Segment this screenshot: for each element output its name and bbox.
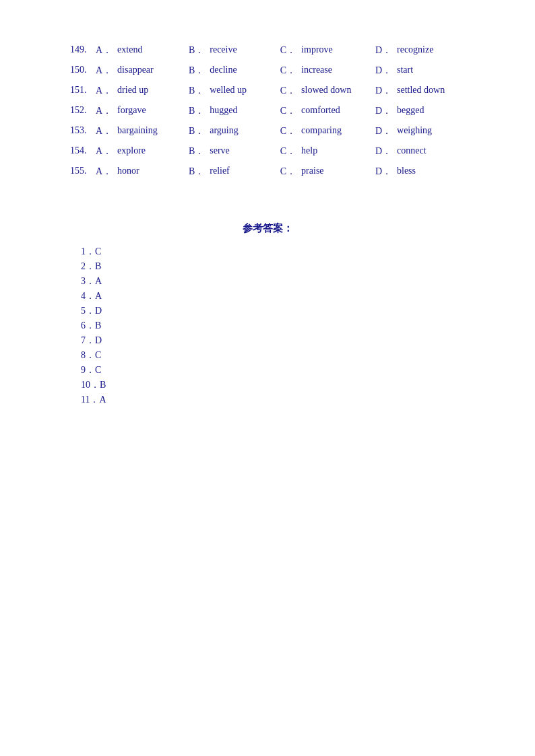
option-d-text: bless (394, 162, 468, 182)
option-c-text: slowed down (298, 81, 373, 101)
option-b-letter: B． (186, 162, 207, 182)
option-b-letter: B． (186, 141, 207, 162)
option-c-letter: C． (278, 40, 298, 61)
option-d-letter: D． (373, 61, 394, 81)
answer-item: 6．B (81, 320, 468, 332)
answer-item: 9．C (81, 364, 468, 376)
table-row: 155. A． honor B． relief C． praise D． ble… (67, 162, 468, 182)
option-c-text: help (298, 141, 373, 162)
option-a-letter: A． (93, 162, 115, 182)
question-num: 149. (67, 40, 93, 61)
option-b-letter: B． (186, 101, 207, 121)
option-c-letter: C． (278, 162, 298, 182)
option-b-letter: B． (186, 61, 207, 81)
answer-item: 1．C (81, 246, 468, 258)
answer-title: 参考答案： (67, 222, 468, 235)
option-b-letter: B． (186, 81, 207, 101)
question-num: 152. (67, 101, 93, 121)
option-d-text: settled down (394, 81, 468, 101)
option-a-letter: A． (93, 61, 115, 81)
option-c-letter: C． (278, 101, 298, 121)
question-num: 154. (67, 141, 93, 162)
table-row: 153. A． bargaining B． arguing C． compari… (67, 121, 468, 141)
option-a-letter: A． (93, 81, 115, 101)
option-a-text: bargaining (115, 121, 186, 141)
question-num: 155. (67, 162, 93, 182)
table-row: 151. A． dried up B． welled up C． slowed … (67, 81, 468, 101)
option-b-text: relief (207, 162, 278, 182)
option-c-letter: C． (278, 141, 298, 162)
table-row: 154. A． explore B． serve C． help D． conn… (67, 141, 468, 162)
option-d-letter: D． (373, 162, 394, 182)
questions-table: 149. A． extend B． receive C． improve D． … (67, 40, 468, 182)
answer-section: 参考答案： 1．C2．B3．A4．A5．D6．B7．D8．C9．C10．B11．… (67, 222, 468, 406)
answer-list: 1．C2．B3．A4．A5．D6．B7．D8．C9．C10．B11．A (81, 246, 468, 406)
table-row: 149. A． extend B． receive C． improve D． … (67, 40, 468, 61)
option-d-letter: D． (373, 121, 394, 141)
option-c-letter: C． (278, 61, 298, 81)
option-a-letter: A． (93, 101, 115, 121)
answer-item: 10．B (81, 379, 468, 391)
option-b-text: welled up (207, 81, 278, 101)
option-c-text: improve (298, 40, 373, 61)
option-d-letter: D． (373, 101, 394, 121)
question-num: 151. (67, 81, 93, 101)
option-d-text: recognize (394, 40, 468, 61)
option-d-text: start (394, 61, 468, 81)
option-b-text: arguing (207, 121, 278, 141)
answer-item: 7．D (81, 335, 468, 347)
option-a-text: disappear (115, 61, 186, 81)
option-b-text: hugged (207, 101, 278, 121)
answer-item: 3．A (81, 275, 468, 287)
option-d-letter: D． (373, 141, 394, 162)
table-row: 150. A． disappear B． decline C． increase… (67, 61, 468, 81)
option-a-text: honor (115, 162, 186, 182)
question-num: 153. (67, 121, 93, 141)
option-d-letter: D． (373, 40, 394, 61)
option-c-letter: C． (278, 81, 298, 101)
option-d-text: begged (394, 101, 468, 121)
option-c-letter: C． (278, 121, 298, 141)
answer-item: 11．A (81, 394, 468, 406)
option-c-text: comforted (298, 101, 373, 121)
option-a-text: explore (115, 141, 186, 162)
answer-item: 5．D (81, 305, 468, 317)
option-d-text: weighing (394, 121, 468, 141)
option-b-text: receive (207, 40, 278, 61)
option-b-letter: B． (186, 121, 207, 141)
option-a-letter: A． (93, 40, 115, 61)
table-row: 152. A． forgave B． hugged C． comforted D… (67, 101, 468, 121)
option-c-text: comparing (298, 121, 373, 141)
option-a-text: dried up (115, 81, 186, 101)
answer-item: 4．A (81, 290, 468, 302)
option-a-letter: A． (93, 121, 115, 141)
option-d-letter: D． (373, 81, 394, 101)
option-a-letter: A． (93, 141, 115, 162)
answer-item: 2．B (81, 261, 468, 273)
option-c-text: praise (298, 162, 373, 182)
question-num: 150. (67, 61, 93, 81)
option-c-text: increase (298, 61, 373, 81)
option-d-text: connect (394, 141, 468, 162)
option-a-text: extend (115, 40, 186, 61)
option-b-text: decline (207, 61, 278, 81)
option-b-text: serve (207, 141, 278, 162)
option-a-text: forgave (115, 101, 186, 121)
answer-item: 8．C (81, 349, 468, 362)
option-b-letter: B． (186, 40, 207, 61)
